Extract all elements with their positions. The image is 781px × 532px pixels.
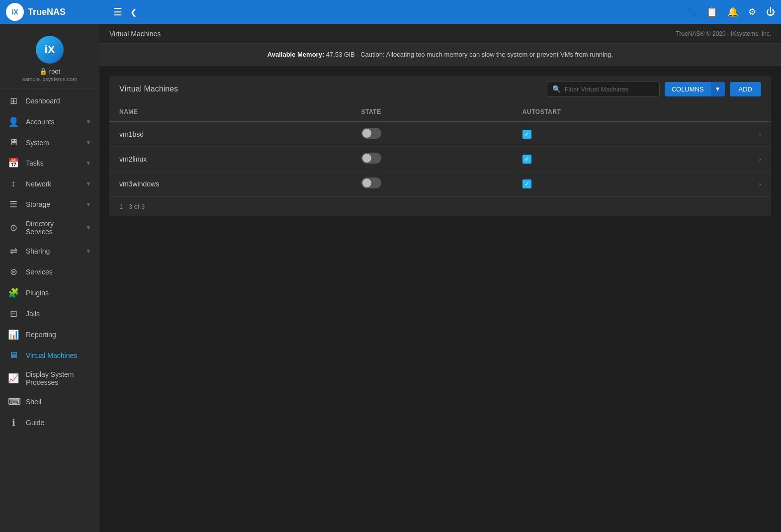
table-row[interactable]: vm2linux ✓ › bbox=[109, 147, 771, 172]
row-chevron-icon: › bbox=[759, 155, 761, 163]
search-input[interactable] bbox=[565, 86, 654, 93]
sidebar-item-shell[interactable]: ⌨ Shell bbox=[0, 391, 99, 412]
row-action[interactable]: › bbox=[749, 172, 771, 196]
network-icon: ↕ bbox=[8, 178, 19, 189]
jails-icon: ⊟ bbox=[8, 308, 19, 319]
pagination: 1 - 3 of 3 bbox=[109, 196, 771, 216]
toggle-knob bbox=[362, 154, 371, 163]
columns-dropdown-arrow[interactable]: ▼ bbox=[711, 82, 725, 96]
guide-icon: ℹ bbox=[8, 417, 19, 428]
alert-label-text: 47.53 GiB - Caution: Allocating too much… bbox=[326, 51, 613, 58]
sidebar-item-system[interactable]: 🖥 System ▼ bbox=[0, 132, 99, 153]
columns-button-group: COLUMNS ▼ bbox=[665, 82, 725, 96]
vm-name: vm1bsd bbox=[109, 122, 351, 147]
topbar-actions: 🐾 📋 🔔 ⚙ ⏻ bbox=[686, 6, 775, 17]
app-name: TrueNAS bbox=[28, 7, 66, 17]
sidebar: iX 🔒 root sample.ixsystems.com ⊞ Dashboa… bbox=[0, 24, 99, 532]
sidebar-item-services[interactable]: ⊜ Services bbox=[0, 262, 99, 282]
nav-collapse-icon[interactable]: ❮ bbox=[130, 7, 137, 17]
topbar: iX TrueNAS ☰ ❮ 🐾 📋 🔔 ⚙ ⏻ bbox=[0, 0, 781, 24]
sidebar-item-label: Dashboard bbox=[26, 97, 91, 105]
table-row[interactable]: vm3windows ✓ › bbox=[109, 172, 771, 196]
lock-icon: 🔒 bbox=[39, 68, 47, 75]
table-row[interactable]: vm1bsd ✓ › bbox=[109, 122, 771, 147]
col-autostart: Autostart bbox=[513, 102, 749, 122]
sidebar-item-label: Guide bbox=[26, 419, 91, 427]
search-icon: 🔍 bbox=[552, 85, 561, 93]
sidebar-nav: ⊞ Dashboard 👤 Accounts ▼ 🖥 System ▼ 📅 Ta… bbox=[0, 89, 99, 532]
virtual-machines-icon: 🖥 bbox=[8, 350, 19, 360]
user-name: 🔒 root bbox=[39, 68, 60, 75]
sidebar-item-label: Display System Processes bbox=[26, 370, 91, 386]
notifications-icon[interactable]: 🔔 bbox=[727, 6, 738, 17]
sidebar-item-display-system-processes[interactable]: 📈 Display System Processes bbox=[0, 365, 99, 391]
content-header: Virtual Machines TrueNAS® © 2020 - iXsys… bbox=[99, 24, 781, 44]
alert-label-bold: Available Memory: bbox=[267, 51, 324, 58]
sidebar-item-guide[interactable]: ℹ Guide bbox=[0, 412, 99, 433]
row-action[interactable]: › bbox=[749, 122, 771, 147]
sidebar-item-virtual-machines[interactable]: 🖥 Virtual Machines bbox=[0, 345, 99, 365]
chevron-down-icon: ▼ bbox=[86, 180, 91, 187]
sidebar-item-tasks[interactable]: 📅 Tasks ▼ bbox=[0, 153, 99, 174]
sidebar-item-dashboard[interactable]: ⊞ Dashboard bbox=[0, 90, 99, 111]
power-icon[interactable]: ⏻ bbox=[766, 7, 775, 17]
table-header-row: Name State Autostart bbox=[109, 102, 771, 122]
sidebar-item-directory-services[interactable]: ⊙ Directory Services ▼ bbox=[0, 215, 99, 241]
col-name: Name bbox=[109, 102, 351, 122]
accounts-icon: 👤 bbox=[8, 116, 19, 127]
sidebar-item-label: Sharing bbox=[26, 247, 79, 255]
sidebar-item-label: Storage bbox=[26, 200, 79, 208]
col-actions bbox=[749, 102, 771, 122]
sidebar-item-accounts[interactable]: 👤 Accounts ▼ bbox=[0, 111, 99, 132]
col-state: State bbox=[351, 102, 513, 122]
app-logo: iX TrueNAS bbox=[6, 3, 105, 21]
state-toggle[interactable] bbox=[361, 177, 381, 188]
row-chevron-icon: › bbox=[759, 130, 761, 138]
user-domain: sample.ixsystems.com bbox=[22, 76, 78, 82]
sidebar-item-label: Reporting bbox=[26, 331, 91, 339]
vm-section-header: Virtual Machines 🔍 COLUMNS ▼ bbox=[109, 76, 771, 102]
sidebar-item-label: Services bbox=[26, 268, 91, 276]
row-action[interactable]: › bbox=[749, 147, 771, 172]
breadcrumb: Virtual Machines bbox=[109, 30, 161, 38]
chevron-down-icon: ▼ bbox=[86, 248, 91, 255]
vm-section-title: Virtual Machines bbox=[119, 85, 178, 93]
sidebar-user: iX 🔒 root sample.ixsystems.com bbox=[0, 28, 99, 89]
sidebar-item-storage[interactable]: ☰ Storage ▼ bbox=[0, 194, 99, 215]
vm-autostart: ✓ bbox=[513, 122, 749, 147]
avatar: iX bbox=[36, 36, 64, 64]
sidebar-item-jails[interactable]: ⊟ Jails bbox=[0, 303, 99, 324]
search-box: 🔍 bbox=[547, 82, 660, 96]
services-icon: ⊜ bbox=[8, 266, 19, 277]
sidebar-item-label: Plugins bbox=[26, 289, 91, 297]
autostart-checkbox[interactable]: ✓ bbox=[522, 155, 531, 164]
sidebar-item-reporting[interactable]: 📊 Reporting bbox=[0, 324, 99, 345]
hamburger-icon[interactable]: ☰ bbox=[113, 6, 122, 18]
content-body: Available Memory: 47.53 GiB - Caution: A… bbox=[99, 44, 781, 532]
settings-icon[interactable]: ⚙ bbox=[748, 6, 756, 17]
columns-button[interactable]: COLUMNS bbox=[665, 82, 711, 96]
sidebar-item-network[interactable]: ↕ Network ▼ bbox=[0, 174, 99, 194]
sidebar-item-label: System bbox=[26, 139, 79, 147]
chevron-down-icon: ▼ bbox=[86, 201, 91, 208]
sidebar-item-label: Shell bbox=[26, 398, 91, 406]
sidebar-item-sharing[interactable]: ⇌ Sharing ▼ bbox=[0, 241, 99, 262]
chevron-down-icon: ▼ bbox=[86, 118, 91, 125]
vm-state bbox=[351, 122, 513, 147]
autostart-checkbox[interactable]: ✓ bbox=[522, 179, 531, 188]
sharing-icon: ⇌ bbox=[8, 246, 19, 257]
chevron-down-icon: ▼ bbox=[86, 139, 91, 146]
directory-services-icon: ⊙ bbox=[8, 222, 19, 233]
tasks-icon: 📅 bbox=[8, 158, 19, 169]
copyright: TrueNAS® © 2020 - iXsystems, Inc. bbox=[676, 30, 771, 37]
vm-autostart: ✓ bbox=[513, 172, 749, 196]
alert-banner: Available Memory: 47.53 GiB - Caution: A… bbox=[99, 44, 781, 66]
autostart-checkbox[interactable]: ✓ bbox=[522, 130, 531, 139]
sidebar-item-plugins[interactable]: 🧩 Plugins bbox=[0, 282, 99, 303]
clipboard-icon[interactable]: 📋 bbox=[706, 6, 717, 17]
state-toggle[interactable] bbox=[361, 128, 381, 139]
state-toggle[interactable] bbox=[361, 153, 381, 164]
reporting-icon: 📊 bbox=[8, 329, 19, 340]
feedback-icon[interactable]: 🐾 bbox=[686, 6, 696, 17]
add-button[interactable]: ADD bbox=[730, 82, 761, 96]
